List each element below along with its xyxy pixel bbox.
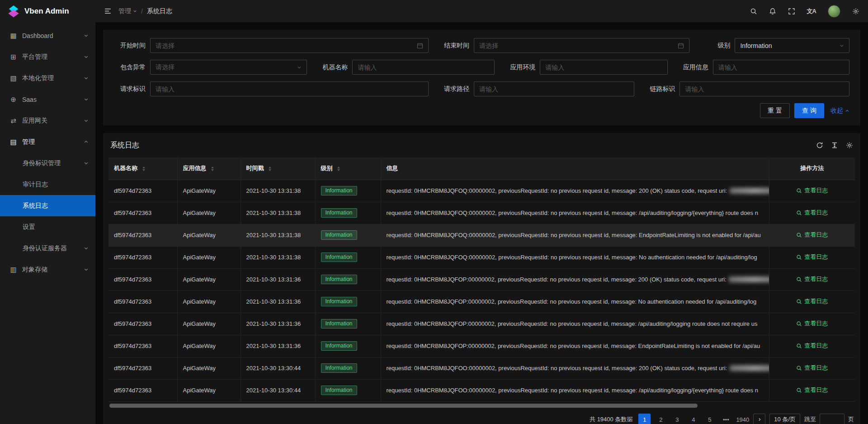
- end-time-picker[interactable]: [474, 38, 690, 53]
- cell-timestamp: 2021-10-30 13:31:38: [241, 246, 315, 268]
- level-badge: Information: [321, 297, 357, 306]
- sidebar-item[interactable]: ⊞ 平台管理: [0, 46, 95, 67]
- sidebar-item[interactable]: ▧ 本地化管理: [0, 67, 95, 89]
- view-log-button[interactable]: 查看日志: [796, 253, 828, 261]
- sidebar-subitem[interactable]: 审计日志: [0, 174, 95, 195]
- view-log-label: 查看日志: [804, 364, 828, 372]
- column-header[interactable]: 机器名称: [108, 157, 177, 180]
- end-time-input[interactable]: [479, 42, 675, 49]
- view-log-button[interactable]: 查看日志: [796, 364, 828, 372]
- view-log-button[interactable]: 查看日志: [796, 209, 828, 217]
- view-log-button[interactable]: 查看日志: [796, 186, 828, 195]
- page-number[interactable]: •••: [720, 414, 732, 424]
- exception-select[interactable]: 请选择: [150, 60, 307, 75]
- search-icon[interactable]: [750, 8, 757, 15]
- sidebar-subitem[interactable]: 系统日志: [0, 195, 95, 216]
- localization-icon: ▧: [9, 74, 18, 82]
- filter-app-info: 应用信息: [677, 60, 849, 75]
- table-row: df5974d72363 ApiGateWay 2021-10-30 13:31…: [108, 291, 855, 313]
- request-id-input[interactable]: [156, 86, 423, 93]
- level-select[interactable]: Information: [735, 38, 849, 53]
- column-height-icon[interactable]: [831, 142, 838, 149]
- sidebar-item[interactable]: ▤ 管理: [0, 131, 95, 152]
- view-log-button[interactable]: 查看日志: [796, 275, 828, 283]
- app-logo[interactable]: Vben Admin: [0, 0, 95, 22]
- trace-id-field[interactable]: [679, 81, 849, 96]
- message-text: requestId: 0HMCRBM8JQFOQ:00000002, previ…: [387, 187, 729, 194]
- sort-icons[interactable]: [142, 167, 145, 171]
- machine-field[interactable]: [352, 60, 495, 75]
- column-header[interactable]: 时间戳: [241, 157, 315, 180]
- sidebar-subitem[interactable]: 身份认证服务器: [0, 238, 95, 259]
- settings-icon[interactable]: [846, 142, 853, 149]
- breadcrumb-parent[interactable]: 管理: [118, 7, 137, 15]
- cell-level: Information: [315, 379, 381, 401]
- pagination: 共 19400 条数据 1 2 3 4 5 ••• 1940: [108, 408, 855, 424]
- request-path-field[interactable]: [474, 81, 635, 96]
- environment-field[interactable]: [540, 60, 667, 75]
- view-log-button[interactable]: 查看日志: [796, 231, 828, 239]
- view-log-button[interactable]: 查看日志: [796, 319, 828, 328]
- machine-input[interactable]: [358, 64, 489, 71]
- level-badge: Information: [321, 319, 357, 329]
- trace-id-input[interactable]: [685, 86, 844, 93]
- page-number[interactable]: 3: [671, 414, 683, 424]
- menu-fold-icon[interactable]: [104, 7, 112, 15]
- level-badge: Information: [321, 252, 357, 262]
- refresh-icon[interactable]: [816, 142, 823, 149]
- scrollbar-thumb[interactable]: [109, 404, 698, 408]
- table-header-bar: 系统日志: [108, 133, 855, 157]
- query-button[interactable]: 查 询: [794, 103, 824, 118]
- sidebar-subitem[interactable]: 身份标识管理: [0, 152, 95, 174]
- view-log-button[interactable]: 查看日志: [796, 342, 828, 350]
- request-path-input[interactable]: [479, 86, 629, 93]
- page-number[interactable]: 1940: [736, 414, 749, 424]
- sidebar-item[interactable]: ▦ Dashboard: [0, 25, 95, 46]
- page-number[interactable]: 1: [638, 414, 651, 424]
- sidebar-item[interactable]: ⇄ 应用网关: [0, 110, 95, 131]
- sidebar-item-label: 对象存储: [22, 266, 84, 274]
- avatar[interactable]: [828, 5, 840, 18]
- environment-input[interactable]: [545, 64, 662, 71]
- vben-logo-icon: [7, 5, 20, 18]
- jump-input[interactable]: [820, 414, 844, 424]
- column-header[interactable]: 信息: [381, 157, 769, 180]
- column-header[interactable]: 应用信息: [177, 157, 241, 180]
- app-title: Vben Admin: [24, 7, 69, 16]
- fullscreen-icon[interactable]: [788, 8, 795, 15]
- bell-icon[interactable]: [769, 8, 776, 15]
- view-log-button[interactable]: 查看日志: [796, 386, 828, 394]
- app-info-input[interactable]: [718, 64, 844, 71]
- reset-button[interactable]: 重 置: [760, 103, 790, 118]
- filter-request-id: 请求标识: [114, 81, 438, 96]
- sort-icons[interactable]: [269, 167, 271, 171]
- page-number[interactable]: 4: [687, 414, 699, 424]
- view-log-button[interactable]: 查看日志: [796, 297, 828, 305]
- start-time-input[interactable]: [156, 42, 414, 49]
- next-page-button[interactable]: [753, 414, 765, 424]
- app-info-field[interactable]: [713, 60, 849, 75]
- cell-message: requestId: 0HMCRBM8JQFOQ:00000002, previ…: [381, 202, 769, 224]
- sidebar-item[interactable]: ⊕ Saas: [0, 89, 95, 110]
- app-root: Vben Admin ▦ Dashboard ⊞ 平台管理: [0, 0, 868, 424]
- level-badge: Information: [321, 386, 357, 395]
- column-header[interactable]: 级别: [315, 157, 381, 180]
- settings-icon[interactable]: [852, 8, 859, 15]
- view-log-label: 查看日志: [804, 319, 828, 328]
- page-number[interactable]: 5: [703, 414, 716, 424]
- request-id-field[interactable]: [150, 81, 429, 96]
- sort-icons[interactable]: [337, 167, 340, 171]
- translate-icon[interactable]: 文A: [807, 7, 816, 15]
- message-text: requestId: 0HMCRBM8JQFOQ:00000002, previ…: [387, 254, 757, 261]
- page-number[interactable]: 2: [655, 414, 667, 424]
- column-label: 级别: [321, 165, 333, 172]
- page-size-select[interactable]: 10 条/页: [769, 414, 800, 424]
- sort-icons[interactable]: [211, 167, 214, 171]
- sidebar-subitem-label: 设置: [23, 223, 89, 231]
- start-time-picker[interactable]: [150, 38, 429, 53]
- sidebar-item[interactable]: ▥ 对象存储: [0, 259, 95, 280]
- sidebar-subitem[interactable]: 设置: [0, 216, 95, 238]
- cell-level: Information: [315, 246, 381, 268]
- column-header[interactable]: 操作方法: [769, 157, 855, 180]
- collapse-link[interactable]: 收起: [830, 107, 849, 115]
